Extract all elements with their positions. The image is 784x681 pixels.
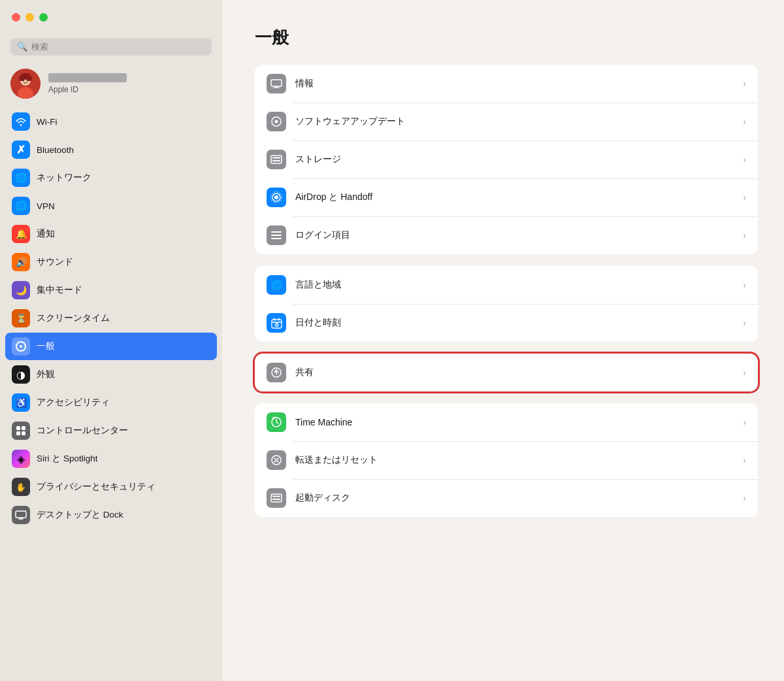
- svg-rect-32: [271, 494, 282, 502]
- airdrop-chevron: ›: [743, 192, 746, 203]
- settings-row-storage[interactable]: ストレージ ›: [255, 141, 758, 178]
- sidebar-scroll: Wi-Fi ✗ Bluetooth 🌐 ネットワーク 🌐 VPN 🔔 通知 🔊: [0, 108, 222, 681]
- sharing-chevron: ›: [743, 367, 746, 378]
- sidebar-item-label-control: コントロールセンター: [37, 425, 128, 437]
- apple-id-info: Apple ID: [48, 73, 127, 94]
- sidebar-item-label-siri: Siri と Spotlight: [37, 453, 98, 465]
- sidebar-item-label-accessibility: アクセシビリティ: [37, 397, 110, 408]
- sharing-icon: [267, 363, 286, 382]
- page-title: 一般: [255, 26, 758, 49]
- sidebar-item-notification[interactable]: 🔔 通知: [5, 220, 217, 248]
- svg-point-9: [20, 345, 22, 348]
- main-content: 一般 情報 › ソフトウェアアップデート ›: [222, 0, 784, 681]
- sidebar-item-general[interactable]: 一般: [5, 333, 217, 360]
- startup-icon: [267, 488, 286, 508]
- svg-rect-14: [16, 511, 26, 518]
- login-icon: [267, 225, 286, 245]
- airdrop-icon: [267, 188, 286, 207]
- sidebar-item-desktop[interactable]: デスクトップと Dock: [5, 501, 217, 529]
- storage-chevron: ›: [743, 154, 746, 165]
- language-row-label: 言語と地域: [295, 279, 743, 291]
- search-bar[interactable]: 🔍: [10, 38, 212, 56]
- airdrop-row-label: AirDrop と Handoff: [295, 191, 743, 203]
- sidebar-item-label-bluetooth: Bluetooth: [37, 145, 74, 155]
- svg-rect-19: [272, 158, 280, 159]
- info-row-icon: [267, 74, 286, 93]
- settings-row-startup[interactable]: 起動ディスク ›: [255, 479, 758, 517]
- settings-row-sharing[interactable]: 共有 ›: [255, 354, 758, 391]
- maximize-button[interactable]: [39, 13, 48, 22]
- sidebar-item-accessibility[interactable]: ♿ アクセシビリティ: [5, 389, 217, 416]
- sidebar-item-label-wifi: Wi-Fi: [37, 117, 57, 127]
- sidebar-item-siri[interactable]: ◈ Siri と Spotlight: [5, 445, 217, 473]
- svg-rect-18: [271, 156, 282, 163]
- sound-icon: 🔊: [12, 253, 30, 271]
- sidebar-item-label-appearance: 外観: [37, 369, 55, 380]
- settings-row-transfer[interactable]: 転送またはリセット ›: [255, 441, 758, 479]
- accessibility-icon: ♿: [12, 393, 30, 412]
- settings-row-login[interactable]: ログイン項目 ›: [255, 216, 758, 254]
- sidebar-item-wifi[interactable]: Wi-Fi: [5, 108, 217, 135]
- software-update-chevron: ›: [743, 116, 746, 127]
- sidebar-item-label-notification: 通知: [37, 228, 55, 240]
- settings-row-datetime[interactable]: 日付と時刻 ›: [255, 304, 758, 342]
- login-row-label: ログイン項目: [295, 229, 743, 241]
- siri-icon: ◈: [12, 450, 30, 468]
- svg-point-21: [274, 195, 278, 199]
- datetime-icon: [267, 313, 286, 333]
- sidebar-item-label-screentime: スクリーンタイム: [37, 312, 110, 324]
- sidebar-item-control[interactable]: コントロールセンター: [5, 417, 217, 444]
- sidebar-item-vpn[interactable]: 🌐 VPN: [5, 192, 217, 220]
- search-icon: 🔍: [17, 42, 27, 52]
- sidebar-item-appearance[interactable]: ◑ 外観: [5, 361, 217, 388]
- settings-row-language[interactable]: 🌐 言語と地域 ›: [255, 266, 758, 304]
- software-update-icon: [267, 112, 286, 131]
- language-icon: 🌐: [267, 275, 286, 295]
- sidebar-item-privacy[interactable]: ✋ プライバシーとセキュリティ: [5, 473, 217, 501]
- sidebar-item-label-desktop: デスクトップと Dock: [37, 509, 123, 521]
- settings-group-4: Time Machine › 転送またはリセット ›: [255, 403, 758, 517]
- apple-id-section[interactable]: Apple ID: [0, 62, 222, 105]
- svg-rect-11: [22, 426, 25, 430]
- svg-rect-34: [272, 499, 280, 500]
- wifi-icon: [12, 112, 30, 131]
- svg-rect-20: [272, 160, 280, 161]
- bluetooth-icon: ✗: [12, 141, 30, 159]
- datetime-chevron: ›: [743, 318, 746, 328]
- settings-row-airdrop[interactable]: AirDrop と Handoff ›: [255, 178, 758, 216]
- transfer-chevron: ›: [743, 455, 746, 465]
- sidebar-item-sound[interactable]: 🔊 サウンド: [5, 248, 217, 276]
- svg-rect-13: [22, 431, 25, 435]
- search-input[interactable]: [31, 42, 205, 52]
- language-chevron: ›: [743, 280, 746, 290]
- sidebar-item-bluetooth[interactable]: ✗ Bluetooth: [5, 136, 217, 163]
- apple-id-name-redacted: [48, 73, 127, 82]
- svg-rect-25: [271, 235, 282, 236]
- settings-row-timemachine[interactable]: Time Machine ›: [255, 403, 758, 441]
- svg-rect-15: [271, 80, 282, 86]
- privacy-icon: ✋: [12, 478, 30, 496]
- focus-icon: 🌙: [12, 281, 30, 299]
- login-chevron: ›: [743, 230, 746, 241]
- close-button[interactable]: [12, 13, 20, 22]
- sidebar-item-screentime[interactable]: ⏳ スクリーンタイム: [5, 305, 217, 332]
- settings-row-software-update[interactable]: ソフトウェアアップデート ›: [255, 103, 758, 141]
- titlebar: [0, 0, 222, 34]
- control-icon: [12, 422, 30, 440]
- minimize-button[interactable]: [25, 13, 34, 22]
- info-chevron: ›: [743, 78, 746, 89]
- sidebar-item-network[interactable]: 🌐 ネットワーク: [5, 164, 217, 191]
- notification-icon: 🔔: [12, 225, 30, 243]
- appearance-icon: ◑: [12, 365, 30, 384]
- sidebar-item-label-general: 一般: [37, 340, 55, 352]
- sidebar-item-label-sound: サウンド: [37, 256, 73, 268]
- sidebar-item-focus[interactable]: 🌙 集中モード: [5, 276, 217, 304]
- settings-row-info[interactable]: 情報 ›: [255, 65, 758, 103]
- screentime-icon: ⏳: [12, 309, 30, 327]
- sidebar-item-label-vpn: VPN: [37, 201, 55, 211]
- sidebar-item-label-network: ネットワーク: [37, 172, 91, 184]
- svg-point-7: [27, 80, 28, 81]
- info-row-label: 情報: [295, 78, 743, 90]
- svg-point-17: [275, 120, 278, 124]
- settings-group-3: 共有 ›: [255, 354, 758, 391]
